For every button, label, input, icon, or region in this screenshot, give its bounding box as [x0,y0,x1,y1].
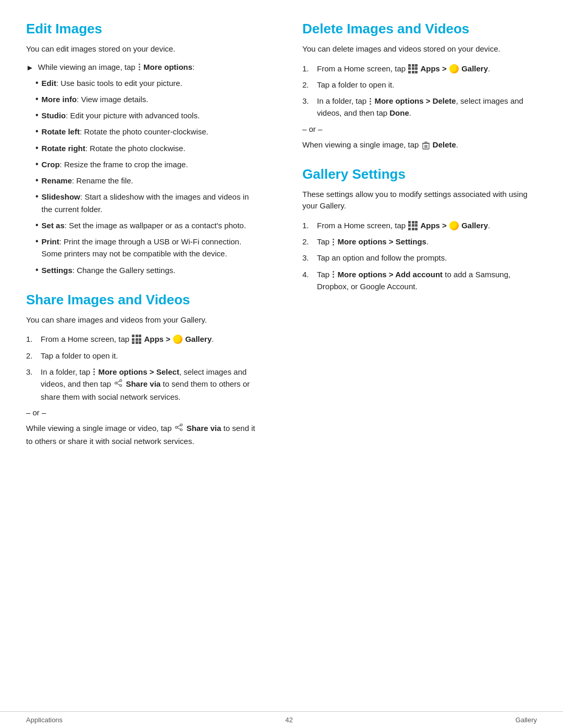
delete-steps-list: 1. From a Home screen, tap Apps > Galler… [302,63,537,119]
gallery-settings-step-2: 2. Tap More options > Settings. [302,236,537,248]
delete-step-3: 3. In a folder, tap More options > Delet… [302,95,537,119]
bullet-set-as: Set as: Set the image as wallpaper or as… [35,219,261,231]
page: Edit Images You can edit images stored o… [0,0,563,728]
edit-bullets-list: Edit: Use basic tools to edit your pictu… [35,77,261,276]
gallery-icon-delete [449,64,459,73]
share-step-3: 3. In a folder, tap More options > Selec… [26,366,261,403]
edit-images-title: Edit Images [26,21,261,37]
share-step-1: 1. From a Home screen, tap Apps > Galler… [26,333,261,345]
delete-alt-text: When viewing a single image, tap [302,139,537,151]
share-images-section: Share Images and Videos You can share im… [26,292,261,447]
gallery-settings-section: Gallery Settings These settings allow yo… [302,166,537,292]
bullet-edit: Edit: Use basic tools to edit your pictu… [35,77,261,89]
bullet-settings: Settings: Change the Gallery settings. [35,264,261,276]
edit-trigger-text: While viewing an image, tap More options… [38,63,194,71]
more-options-icon [139,64,140,70]
more-options-icon-settings [333,239,334,245]
more-options-icon-add [333,271,334,278]
share-via-icon-alt [175,422,183,434]
svg-line-4 [117,384,120,385]
svg-point-0 [120,380,122,382]
footer: Applications 42 Gallery [0,711,563,728]
svg-line-3 [117,381,120,383]
bullet-crop: Crop: Resize the frame to crop the image… [35,158,261,170]
trash-icon [422,141,430,149]
delete-images-section: Delete Images and Videos You can delete … [302,21,537,151]
bullet-print: Print: Print the image through a USB or … [35,236,261,260]
gallery-settings-step-4: 4. Tap More options > Add account to add… [302,268,537,293]
more-options-label: More options [143,63,192,71]
left-column: Edit Images You can edit images stored o… [26,21,271,680]
edit-images-section: Edit Images You can edit images stored o… [26,21,261,276]
svg-line-9 [178,428,181,429]
bullet-slideshow: Slideshow: Start a slideshow with the im… [35,191,261,215]
delete-step-1: 1. From a Home screen, tap Apps > Galler… [302,63,537,75]
footer-right: Gallery [516,716,537,724]
share-or-divider: – or – [26,408,261,417]
apps-icon-delete [408,64,418,73]
bullet-rename: Rename: Rename the file. [35,175,261,187]
share-steps-list: 1. From a Home screen, tap Apps > Galler… [26,333,261,403]
right-column: Delete Images and Videos You can delete … [292,21,537,680]
svg-point-2 [115,382,117,384]
share-alt-text: While viewing a single image or video, t… [26,422,261,447]
delete-or-divider: – or – [302,125,537,133]
bullet-rotate-right: Rotate right: Rotate the photo clockwise… [35,142,261,154]
arrow-right-icon: ► [26,63,34,72]
svg-line-8 [178,426,181,427]
delete-images-intro: You can delete images and videos stored … [302,43,537,55]
apps-icon-settings [408,221,418,230]
bullet-more-info: More info: View image details. [35,93,261,105]
footer-left: Applications [26,716,63,724]
gallery-settings-title: Gallery Settings [302,166,537,182]
share-images-title: Share Images and Videos [26,292,261,308]
apps-icon [132,335,141,344]
svg-point-5 [180,424,182,426]
gallery-settings-steps-list: 1. From a Home screen, tap Apps > Galler… [302,219,537,292]
gallery-icon-settings [449,221,459,230]
footer-center: 42 [285,716,292,724]
more-options-icon-share [93,368,95,375]
svg-point-7 [176,426,178,428]
gallery-settings-intro: These settings allow you to modify setti… [302,189,537,212]
edit-images-intro: You can edit images stored on your devic… [26,43,261,55]
content-area: Edit Images You can edit images stored o… [0,0,563,711]
more-options-icon-delete [370,98,371,105]
share-images-intro: You can share images and videos from you… [26,314,261,326]
gallery-icon [173,335,182,344]
delete-step-2: 2. Tap a folder to open it. [302,79,537,91]
edit-trigger-item: ► While viewing an image, tap More optio… [26,63,261,72]
share-step-2: 2. Tap a folder to open it. [26,350,261,362]
share-via-icon [114,378,123,390]
gallery-settings-step-3: 3. Tap an option and follow the prompts. [302,252,537,264]
gallery-settings-step-1: 1. From a Home screen, tap Apps > Galler… [302,219,537,231]
bullet-studio: Studio: Edit your picture with advanced … [35,109,261,121]
bullet-rotate-left: Rotate left: Rotate the photo counter-cl… [35,126,261,138]
svg-point-6 [180,429,182,431]
delete-images-title: Delete Images and Videos [302,21,537,37]
svg-point-1 [120,385,122,387]
